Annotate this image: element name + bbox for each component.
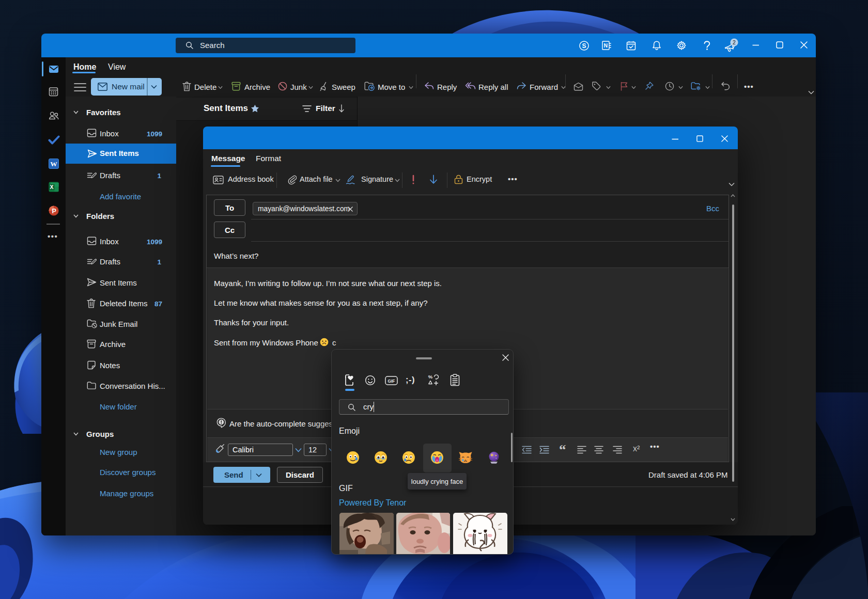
svg-text:X: X — [50, 184, 53, 190]
svg-text:%: % — [428, 374, 433, 380]
svg-text:N: N — [603, 42, 608, 49]
svg-text:2: 2 — [733, 39, 736, 45]
svg-text:P: P — [52, 208, 56, 215]
svg-text:S: S — [582, 42, 586, 50]
svg-text:GIF: GIF — [388, 379, 395, 384]
svg-text:W: W — [50, 160, 57, 168]
